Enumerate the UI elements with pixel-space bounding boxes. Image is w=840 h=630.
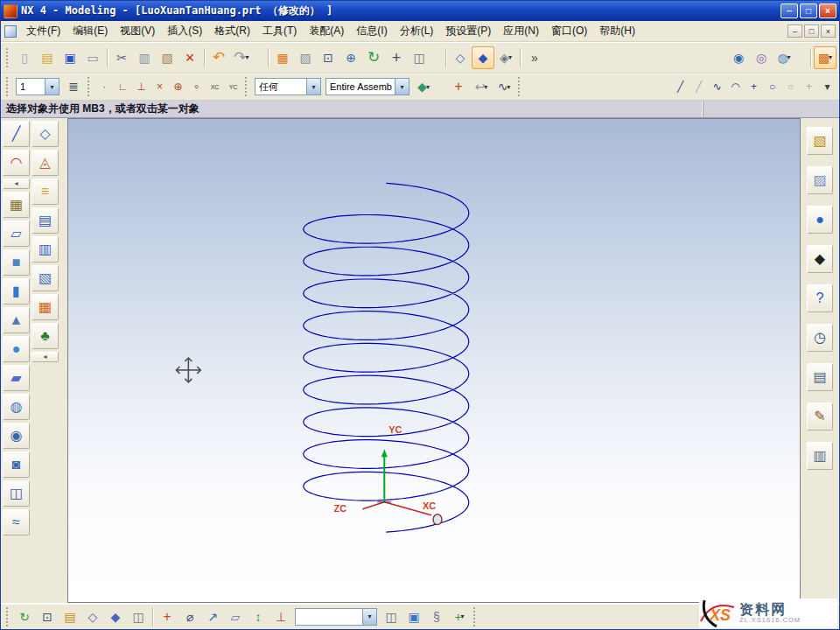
helix-spring-curve[interactable] [304, 183, 469, 532]
tree-button[interactable]: ♣ [32, 323, 59, 349]
toolbar-grip[interactable] [473, 607, 478, 626]
fit-view-button[interactable]: ⊡ [317, 46, 340, 69]
curves-overflow-button[interactable]: ▾ [818, 78, 836, 96]
mdi-minimize-button[interactable]: ‒ [788, 24, 802, 38]
part-navigator-button[interactable]: ▨ [807, 166, 833, 194]
assembly-boxes-button[interactable]: ▦ [32, 294, 59, 320]
plane-tool-button[interactable]: ▱ [224, 606, 247, 628]
menu-insert[interactable]: 插入(S) [161, 20, 208, 42]
menu-edit[interactable]: 编辑(E) [66, 20, 114, 42]
axis-tool-button[interactable]: ↕ [247, 606, 270, 628]
clip-button[interactable]: § [425, 606, 448, 628]
wcs-triad[interactable]: YC ZC XC [334, 424, 442, 524]
wireframe-display-button[interactable]: ◇ [449, 46, 472, 69]
snap-options-button[interactable]: ∿▾ [493, 75, 515, 98]
arc-tool-button[interactable]: ◠ [726, 78, 745, 96]
menu-tools[interactable]: 工具(T) [256, 20, 303, 42]
help-button[interactable]: ? [807, 284, 833, 312]
delete-button[interactable]: × [178, 46, 201, 69]
library-button[interactable]: ▥ [32, 236, 59, 262]
utility-combobox[interactable]: ▾ [295, 608, 377, 626]
sketch-button[interactable]: ▦ [3, 192, 30, 218]
undo-selection-button[interactable]: ↩▾ [470, 75, 493, 98]
utility-dropdown-icon[interactable]: ▾ [362, 609, 376, 625]
sphere-button[interactable]: ● [3, 336, 30, 362]
snap-point-button[interactable]: ∙ [95, 78, 114, 96]
dropdown-caret-icon[interactable]: ▾ [508, 53, 512, 61]
copy-button[interactable]: ▥ [133, 46, 156, 69]
selection-scope-combobox[interactable]: Entire Assemb ▾ [326, 78, 410, 95]
snap-center-button[interactable]: ⊕ [169, 78, 187, 96]
visual-effects-button[interactable]: ◍▾ [773, 46, 795, 69]
window-arrange-button[interactable]: ◫ [380, 606, 402, 628]
pan-view-button[interactable]: + [385, 46, 408, 69]
tools-more-button[interactable]: +▾ [448, 606, 471, 628]
wcs-yc-button[interactable]: YC [224, 78, 242, 96]
menu-view[interactable]: 视图(V) [114, 20, 161, 42]
block-button[interactable]: ■ [3, 249, 30, 276]
snap-intersection-button[interactable]: × [150, 78, 169, 96]
open-button[interactable]: ▤ [36, 46, 59, 69]
xc-handle[interactable] [433, 514, 442, 525]
measure-button[interactable]: ⌀ [178, 606, 201, 628]
dropdown-caret-icon[interactable]: ▾ [507, 83, 510, 91]
print-button[interactable]: ▭ [81, 46, 104, 69]
dropdown-caret-icon[interactable]: ▾ [788, 53, 791, 61]
snap-midpoint-button[interactable]: ⊥ [132, 78, 150, 96]
snapshot-bottom-button[interactable]: ◫ [127, 606, 150, 628]
toolbar-grip[interactable] [6, 607, 10, 626]
spline-tool-button[interactable]: ∿ [708, 78, 726, 96]
selection-mode-button[interactable]: ◆▾ [412, 75, 435, 98]
scope-dropdown-icon[interactable]: ▾ [395, 79, 409, 94]
general-selection-button[interactable]: + [447, 75, 470, 98]
display-cube-button[interactable]: ▣ [402, 606, 425, 628]
menu-file[interactable]: 文件(F) [20, 20, 66, 42]
circle-tool-button[interactable]: ○ [763, 78, 781, 96]
toolbar-grip[interactable] [6, 48, 10, 67]
dropdown-caret-icon[interactable]: ▾ [829, 53, 832, 61]
toolbar-grip[interactable] [245, 77, 249, 96]
restore-button[interactable]: □ [800, 4, 817, 18]
snap-origin-button[interactable]: ∘ [187, 78, 206, 96]
menu-help[interactable]: 帮助(H) [593, 20, 641, 42]
zoom-button[interactable]: ⊕ [340, 46, 362, 69]
filter-dropdown-icon[interactable]: ▾ [306, 79, 320, 94]
assembly-navigator-button[interactable]: ▧ [807, 127, 833, 155]
menu-format[interactable]: 格式(R) [208, 20, 256, 42]
toolbar-grip[interactable] [518, 77, 522, 96]
cone-button[interactable]: ▲ [3, 307, 30, 333]
steps-button[interactable]: ≡ [32, 178, 59, 205]
menu-preferences[interactable]: 预设置(P) [439, 20, 497, 42]
web-browser-button[interactable]: ● [807, 206, 833, 234]
zc-axis[interactable] [362, 502, 384, 509]
menu-window[interactable]: 窗口(O) [545, 20, 593, 42]
rotate-view-button[interactable]: ↻ [362, 46, 385, 69]
wcs-xc-button[interactable]: XC [206, 78, 224, 96]
line-button[interactable]: ╱ [3, 121, 30, 147]
revolve-button[interactable]: ◍ [3, 394, 30, 420]
history-button[interactable]: ◷ [807, 324, 833, 352]
cylinder-button[interactable]: ▮ [3, 278, 30, 304]
undo-button[interactable]: ↶ [207, 46, 230, 69]
refresh-button[interactable]: ↻ [13, 606, 36, 628]
dropdown-caret-icon[interactable]: ▾ [484, 83, 487, 91]
minimize-button[interactable]: ‒ [780, 4, 798, 18]
csys-tool-button[interactable]: ⊥ [270, 606, 292, 628]
roles-button[interactable]: ▩▾ [814, 46, 836, 69]
point-tool-button[interactable]: + [745, 78, 763, 96]
line-tool-alt-button[interactable]: ╱ [690, 78, 708, 96]
close-button[interactable]: × [819, 4, 836, 18]
named-view-button[interactable]: ◎ [750, 46, 773, 69]
system-materials-button[interactable]: ▤ [807, 363, 833, 391]
redo-button[interactable]: ↷▾ [230, 46, 253, 69]
synchronize-views-button[interactable]: ◉ [727, 46, 750, 69]
palettes-button[interactable]: ▥ [807, 442, 833, 470]
menu-information[interactable]: 信息(I) [350, 20, 393, 42]
fit-button[interactable]: ⊡ [36, 606, 59, 628]
save-button[interactable]: ▣ [59, 46, 81, 69]
vector-button[interactable]: ↗ [201, 606, 224, 628]
viewport-svg[interactable]: YC ZC XC [68, 119, 800, 602]
selection-filter-combobox[interactable]: 任何 ▾ [255, 78, 321, 95]
toolbar-overflow-button[interactable]: » [523, 46, 546, 69]
dropdown-caret-icon[interactable]: ▾ [461, 612, 465, 620]
